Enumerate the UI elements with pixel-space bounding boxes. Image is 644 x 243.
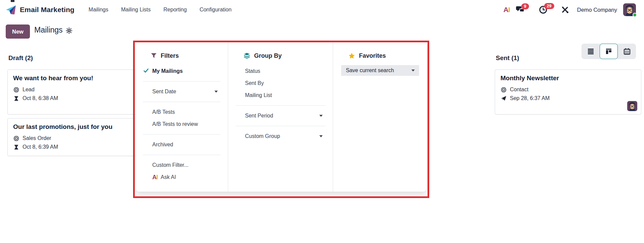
kanban-card-monthly-newsletter[interactable]: Monthly Newsletter Contact Sep 28, 6:37 … xyxy=(495,69,641,114)
new-button[interactable]: New xyxy=(6,25,30,39)
bullseye-icon xyxy=(500,87,507,93)
activities-button[interactable]: 29 xyxy=(539,5,555,14)
column-header-draft: Draft (2) xyxy=(8,53,150,63)
divider xyxy=(143,134,220,135)
menu-mailing-lists[interactable]: Mailing Lists xyxy=(121,7,151,13)
kanban-column-draft: Draft (2) We want to hear from you! Lead… xyxy=(7,44,150,160)
filters-title: Filters xyxy=(161,52,179,59)
divider xyxy=(143,155,220,155)
main-menu: Mailings Mailing Lists Reporting Configu… xyxy=(89,7,232,13)
group-by-item-custom-group[interactable]: Custom Group xyxy=(228,130,333,142)
card-owner-avatar[interactable] xyxy=(627,101,637,111)
card-timestamp: Oct 8, 6:38 AM xyxy=(23,95,58,101)
kanban-card-we-want-to-hear[interactable]: We want to hear from you! Lead Oct 8, 6:… xyxy=(7,69,150,114)
caret-down-icon xyxy=(319,115,323,117)
app-brand[interactable]: Email Marketing xyxy=(6,5,75,15)
list-view-icon xyxy=(587,48,594,55)
caret-down-icon xyxy=(214,91,218,93)
ai-icon: AI xyxy=(152,174,158,181)
menu-configuration[interactable]: Configuration xyxy=(200,7,232,13)
hourglass-icon xyxy=(13,144,19,150)
filter-item-ab-tests-to-review[interactable]: A/B Tests to review xyxy=(135,118,228,130)
navbar-systray: AI 9 29 Demo Company xyxy=(504,3,636,16)
app-title: Email Marketing xyxy=(20,6,75,14)
ai-assistant-icon[interactable]: AI xyxy=(504,6,510,14)
kanban-view-icon xyxy=(605,48,612,55)
company-switcher[interactable]: Demo Company xyxy=(577,7,617,13)
card-timestamp: Oct 8, 6:39 AM xyxy=(23,144,58,150)
checkmark-icon xyxy=(144,68,149,73)
tools-icon xyxy=(561,6,569,14)
bullseye-icon xyxy=(13,136,19,141)
divider xyxy=(143,81,220,82)
group-by-title: Group By xyxy=(254,52,282,59)
card-title: Our last promotions, just for you xyxy=(13,123,144,131)
top-navbar: Email Marketing Mailings Mailing Lists R… xyxy=(0,0,644,19)
filters-funnel-icon xyxy=(151,53,157,58)
filter-item-archived[interactable]: Archived xyxy=(135,139,228,151)
layers-icon xyxy=(244,53,250,59)
hourglass-icon xyxy=(13,96,19,101)
calendar-view-button[interactable] xyxy=(618,44,636,59)
list-view-button[interactable] xyxy=(581,44,600,59)
filter-item-custom-filter[interactable]: Custom Filter... xyxy=(135,159,228,171)
calendar-view-icon xyxy=(623,48,631,55)
gear-icon[interactable] xyxy=(66,28,72,34)
user-menu-avatar[interactable] xyxy=(623,3,636,16)
group-by-item-sent-by[interactable]: Sent By xyxy=(228,77,333,89)
screenshot-artifact xyxy=(11,0,14,2)
activities-badge: 29 xyxy=(544,3,554,9)
view-switcher xyxy=(581,44,636,59)
divider xyxy=(236,105,325,106)
menu-mailings[interactable]: Mailings xyxy=(89,7,109,13)
filter-item-ab-tests[interactable]: A/B Tests xyxy=(135,106,228,118)
group-by-item-mailing-list[interactable]: Mailing List xyxy=(228,89,333,101)
card-model: Contact xyxy=(510,87,528,93)
card-title: We want to hear from you! xyxy=(13,75,144,82)
card-model: Sales Order xyxy=(23,135,51,141)
card-title: Monthly Newsletter xyxy=(500,75,636,82)
filter-item-sent-date[interactable]: Sent Date xyxy=(135,86,228,98)
menu-reporting[interactable]: Reporting xyxy=(163,7,187,13)
bullseye-icon xyxy=(13,87,19,93)
kanban-view-button[interactable] xyxy=(600,44,618,59)
group-by-item-status[interactable]: Status xyxy=(228,65,333,77)
control-panel: New Mailings My Mailings × Search... xyxy=(0,19,644,44)
divider xyxy=(236,126,325,126)
divider xyxy=(143,102,220,102)
group-by-item-sent-period[interactable]: Sent Period xyxy=(228,110,333,122)
messages-button[interactable]: 9 xyxy=(516,6,533,14)
caret-down-icon xyxy=(411,69,415,71)
save-current-search-button[interactable]: Save current search xyxy=(341,65,419,76)
card-timestamp: Sep 28, 6:37 AM xyxy=(510,95,550,101)
star-icon xyxy=(349,53,355,59)
caret-down-icon xyxy=(319,135,323,137)
email-marketing-logo-icon xyxy=(6,5,16,15)
favorites-title: Favorites xyxy=(359,52,386,59)
page-title: Mailings xyxy=(34,26,63,35)
kanban-card-last-promotions[interactable]: Our last promotions, just for you Sales … xyxy=(7,118,150,156)
filter-item-ask-ai[interactable]: AI Ask AI xyxy=(135,171,228,183)
search-options-dropdown: Filters My Mailings Sent Date A/B Tests … xyxy=(135,42,427,192)
group-by-column: Group By Status Sent By Mailing List Sen… xyxy=(228,42,333,192)
favorites-column: Favorites Save current search xyxy=(333,42,427,192)
paper-plane-icon xyxy=(500,96,507,101)
filter-item-my-mailings[interactable]: My Mailings xyxy=(135,65,228,77)
filters-column: Filters My Mailings Sent Date A/B Tests … xyxy=(135,42,228,192)
messages-badge: 9 xyxy=(521,3,529,9)
debug-tools-button[interactable] xyxy=(561,6,569,14)
online-status-dot xyxy=(633,13,637,17)
card-model: Lead xyxy=(23,87,35,93)
